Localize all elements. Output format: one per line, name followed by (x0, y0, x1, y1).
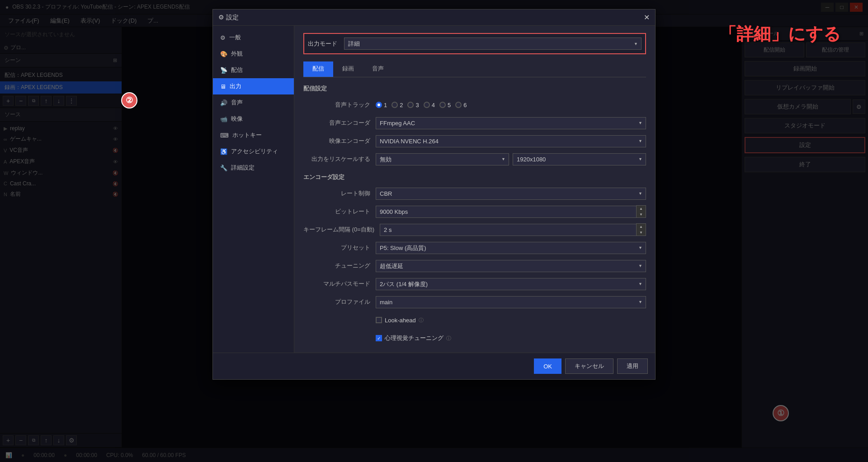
dialog-close-button[interactable]: ✕ (644, 13, 650, 22)
video-encoder-wrap: NVIDIA NVENC H.264 (376, 135, 646, 147)
radio-dot-3 (407, 102, 414, 108)
stream-icon: 📡 (220, 67, 227, 74)
keyframe-label: キーフレーム間隔 (0=自動) (303, 226, 380, 234)
dialog-title-bar: ⚙ 設定 ✕ (213, 9, 655, 26)
nav-audio[interactable]: 🔊 音声 (213, 94, 294, 111)
cancel-button[interactable]: キャンセル (565, 358, 613, 374)
tab-audio[interactable]: 音声 (363, 61, 393, 77)
preset-row: プリセット P5: Slow (高品質) (303, 241, 646, 255)
bitrate-spinbox-btns: ▲ ▼ (636, 205, 646, 218)
multipass-select[interactable]: 2パス (1/4 解像度) (376, 278, 646, 290)
nav-accessibility[interactable]: ♿ アクセシビリティ (213, 143, 294, 160)
psychovisual-help-icon: ⓘ (446, 335, 451, 342)
nav-hotkey[interactable]: ⌨ ホットキー (213, 127, 294, 143)
radio-dot-1 (376, 102, 382, 108)
keyframe-down-button[interactable]: ▼ (637, 230, 646, 236)
multipass-row: マルチパスモード 2パス (1/4 解像度) (303, 277, 646, 291)
bitrate-up-button[interactable]: ▲ (637, 206, 646, 212)
lookahead-checkbox[interactable]: Look-ahead ⓘ (376, 317, 424, 324)
dialog-footer: OK キャンセル 適用 (213, 353, 655, 379)
nav-general[interactable]: ⚙ 一般 (213, 29, 294, 46)
nav-output[interactable]: 🖥 出力 (213, 78, 294, 94)
radio-track-1[interactable]: 1 (376, 102, 387, 108)
lookahead-row: Look-ahead ⓘ (303, 313, 646, 327)
stream-settings-title: 配信設定 (303, 85, 646, 93)
profile-wrap: main (376, 296, 646, 308)
tabs-row: 配信 録画 音声 (303, 61, 646, 77)
rate-control-label: レート制御 (303, 189, 376, 198)
bitrate-down-button[interactable]: ▼ (637, 212, 646, 217)
output-icon: 🖥 (220, 83, 226, 90)
keyframe-row: キーフレーム間隔 (0=自動) ▲ ▼ (303, 223, 646, 236)
nav-label: 詳細設定 (231, 164, 255, 172)
multipass-wrap: 2パス (1/4 解像度) (376, 278, 646, 290)
dialog-body: ⚙ 一般 🎨 外観 📡 配信 🖥 出力 🔊 音声 (213, 26, 655, 353)
lookahead-checkbox-box (376, 317, 382, 323)
profile-select[interactable]: main (376, 296, 646, 308)
nav-stream[interactable]: 📡 配信 (213, 62, 294, 78)
tuning-select[interactable]: 超低遅延 (376, 260, 646, 272)
output-mode-select[interactable]: 詳細 シンプル (344, 38, 642, 50)
audio-encoder-row: 音声エンコーダ FFmpeg AAC (303, 116, 646, 130)
nav-label: 外観 (231, 50, 243, 58)
nav-label: 音声 (231, 99, 243, 107)
radio-track-6[interactable]: 6 (455, 102, 467, 108)
tab-stream[interactable]: 配信 (303, 61, 333, 77)
encoder-settings-title: エンコーダ設定 (303, 173, 646, 181)
preset-wrap: P5: Slow (高品質) (376, 242, 646, 254)
audio-track-group: 1 2 3 4 (376, 102, 467, 108)
video-encoder-select[interactable]: NVIDIA NVENC H.264 (376, 135, 646, 147)
profile-row: プロファイル main (303, 295, 646, 309)
audio-icon: 🔊 (220, 99, 227, 106)
psychovisual-checkbox[interactable]: 心理視覚チューニング ⓘ (376, 334, 451, 342)
keyframe-up-button[interactable]: ▲ (637, 224, 646, 230)
bitrate-spinbox: ▲ ▼ (376, 205, 646, 218)
bitrate-label: ビットレート (303, 207, 376, 216)
rate-control-select[interactable]: CBR (376, 188, 646, 200)
dialog-title: ⚙ 設定 (218, 14, 239, 22)
audio-track-row: 音声トラック 1 2 3 (303, 98, 646, 112)
tab-record[interactable]: 録画 (333, 61, 363, 77)
hotkey-icon: ⌨ (220, 132, 229, 139)
nav-advanced[interactable]: 🔧 詳細設定 (213, 160, 294, 176)
audio-encoder-label: 音声エンコーダ (303, 119, 376, 127)
rescale-select-wrap: 無効 (376, 153, 509, 165)
nav-video[interactable]: 📹 映像 (213, 111, 294, 127)
tuning-row: チューニング 超低遅延 (303, 259, 646, 273)
nav-label: アクセシビリティ (231, 147, 278, 156)
bitrate-input[interactable] (376, 206, 636, 218)
settings-dialog-overlay: ⚙ 設定 ✕ ⚙ 一般 🎨 外観 📡 配信 🖥 (0, 0, 868, 462)
rescale-label: 出力をリスケールする (303, 155, 376, 163)
radio-track-3[interactable]: 3 (407, 102, 419, 108)
apply-button[interactable]: 適用 (617, 358, 648, 374)
video-encoder-row: 映像エンコーダ NVIDIA NVENC H.264 (303, 134, 646, 148)
radio-track-2[interactable]: 2 (392, 102, 403, 108)
nav-label: 映像 (231, 115, 243, 123)
rescale-row: 出力をリスケールする 無効 1920x1080 (303, 152, 646, 166)
keyframe-input[interactable] (380, 224, 636, 236)
resolution-select[interactable]: 1920x1080 (513, 153, 646, 165)
lookahead-help-icon: ⓘ (419, 317, 424, 324)
output-mode-label: 出力モード (308, 40, 344, 48)
psychovisual-label: 心理視覚チューニング (385, 334, 443, 342)
rescale-select[interactable]: 無効 (376, 153, 509, 165)
psychovisual-checkbox-box (376, 335, 382, 341)
settings-dialog: ⚙ 設定 ✕ ⚙ 一般 🎨 外観 📡 配信 🖥 (212, 9, 656, 380)
bitrate-row: ビットレート ▲ ▼ (303, 205, 646, 218)
keyframe-spinbox: ▲ ▼ (380, 223, 646, 236)
radio-track-5[interactable]: 5 (439, 102, 451, 108)
lookahead-label: Look-ahead (385, 317, 416, 324)
audio-encoder-select[interactable]: FFmpeg AAC (376, 117, 646, 129)
output-mode-row: 出力モード 詳細 シンプル ▼ (303, 33, 646, 54)
psychovisual-row: 心理視覚チューニング ⓘ (303, 331, 646, 345)
ok-button[interactable]: OK (534, 358, 561, 374)
audio-encoder-wrap: FFmpeg AAC (376, 117, 646, 129)
radio-dot-5 (439, 102, 446, 108)
preset-select[interactable]: P5: Slow (高品質) (376, 242, 646, 254)
nav-appearance[interactable]: 🎨 外観 (213, 46, 294, 62)
nav-label: 配信 (231, 66, 243, 74)
keyframe-spinbox-btns: ▲ ▼ (636, 223, 646, 236)
radio-track-4[interactable]: 4 (424, 102, 435, 108)
video-icon: 📹 (220, 116, 227, 123)
preset-label: プリセット (303, 244, 376, 252)
